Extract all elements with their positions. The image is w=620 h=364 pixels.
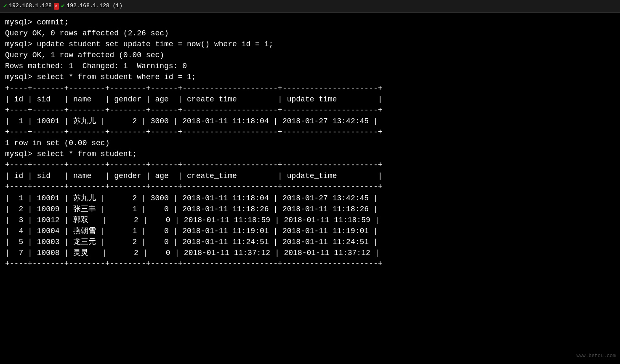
- tab-address-2: 192.168.1.128 (1): [67, 2, 122, 10]
- check-icon-1: ✔: [3, 2, 7, 11]
- terminal-line: Rows matched: 1 Changed: 1 Warnings: 0: [5, 61, 615, 72]
- terminal-line: +----+-------+--------+--------+------+-…: [5, 83, 615, 94]
- terminal-line: | 5 | 10003 | 龙三元 | 2 | 0 | 2018-01-11 1…: [5, 236, 615, 247]
- terminal-line: mysql> commit;: [5, 17, 615, 28]
- terminal: mysql> commit;Query OK, 0 rows affected …: [0, 13, 620, 364]
- watermark: www.betou.com: [576, 353, 616, 360]
- tab-1[interactable]: ✔ 192.168.1.128 ✕ ✔ 192.168.1.128 (1): [3, 2, 122, 11]
- title-bar: ✔ 192.168.1.128 ✕ ✔ 192.168.1.128 (1): [0, 0, 620, 13]
- terminal-line: 1 row in set (0.00 sec): [5, 138, 615, 149]
- terminal-line: | 3 | 10012 | 郭双 | 2 | 0 | 2018-01-11 11…: [5, 215, 615, 226]
- terminal-line: mysql> select * from student where id = …: [5, 72, 615, 82]
- close-tab-button-1[interactable]: ✕: [54, 3, 59, 10]
- terminal-line: +----+-------+--------+--------+------+-…: [5, 159, 615, 170]
- check-icon-2: ✔: [61, 2, 64, 11]
- terminal-line: | id | sid | name | gender | age | creat…: [5, 94, 615, 105]
- terminal-line: | 7 | 10008 | 灵灵 | 2 | 0 | 2018-01-11 11…: [5, 247, 615, 258]
- terminal-line: | 4 | 10004 | 燕朝雪 | 1 | 0 | 2018-01-11 1…: [5, 226, 615, 236]
- terminal-line: | 2 | 10009 | 张三丰 | 1 | 0 | 2018-01-11 1…: [5, 204, 615, 215]
- terminal-line: | id | sid | name | gender | age | creat…: [5, 170, 615, 181]
- terminal-line: | 1 | 10001 | 苏九儿 | 2 | 3000 | 2018-01-1…: [5, 116, 615, 127]
- terminal-line: +----+-------+--------+--------+------+-…: [5, 258, 615, 269]
- terminal-line: +----+-------+--------+--------+------+-…: [5, 181, 615, 192]
- terminal-line: Query OK, 1 row affected (0.00 sec): [5, 50, 615, 61]
- terminal-line: mysql> select * from student;: [5, 149, 615, 159]
- terminal-line: | 1 | 10001 | 苏九儿 | 2 | 3000 | 2018-01-1…: [5, 193, 615, 204]
- terminal-line: +----+-------+--------+--------+------+-…: [5, 127, 615, 138]
- terminal-line: mysql> update student set update_time = …: [5, 39, 615, 50]
- terminal-line: Query OK, 0 rows affected (2.26 sec): [5, 28, 615, 39]
- terminal-line: +----+-------+--------+--------+------+-…: [5, 105, 615, 116]
- tab-address-1: 192.168.1.128: [9, 2, 51, 10]
